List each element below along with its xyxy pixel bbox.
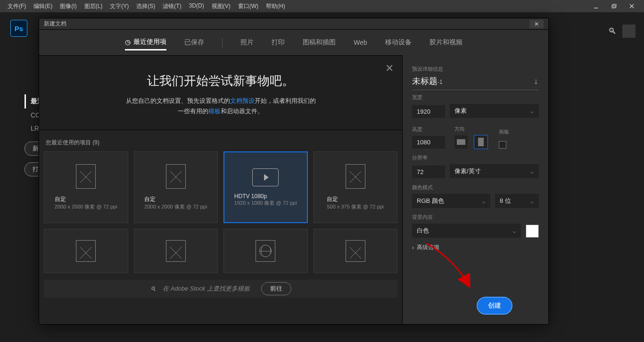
card-meta: 500 x 375 像素 @ 72 ppi [327,203,384,210]
stock-go-button[interactable]: 前往 [261,282,291,295]
card-name: 自定 [327,195,384,203]
tab-photo[interactable]: 照片 [240,35,254,50]
preset-details-panel: 预设详细信息 未标题-1 ⤓ 宽度 1920 像素⌵ 高度 1080 方向 [402,55,548,324]
orientation-landscape[interactable] [454,135,468,149]
advanced-options-toggle[interactable]: › 高级选项 [412,243,539,251]
create-button[interactable]: 创建 [478,298,512,314]
artboard-checkbox[interactable] [499,141,506,149]
height-input[interactable]: 1080 [412,136,445,149]
dialog-title: 新建文档 [44,20,66,28]
category-tabs: ◷ 最近使用项 已保存 照片 打印 图稿和插图 Web 移动设备 胶片和视频 [39,30,548,55]
resolution-input[interactable]: 72 [412,166,445,178]
svg-rect-2 [613,4,616,7]
background-swatch[interactable] [526,225,539,238]
document-icon [166,240,186,262]
width-label: 宽度 [412,94,539,101]
preset-card[interactable]: HDTV 1080p1920 x 1080 像素 @ 72 ppi [223,151,308,223]
color-mode-label: 颜色模式 [412,184,539,191]
menu-item[interactable]: 编辑(E) [30,2,56,10]
tab-film[interactable]: 胶片和视频 [429,35,462,50]
doc-name-input[interactable]: 未标题-1 [412,75,443,87]
hero-close-button[interactable]: ✕ [385,62,394,75]
dialog-titlebar[interactable]: 新建文档 ✕ [39,18,548,30]
menu-item[interactable]: 窗口(W) [234,2,262,10]
preset-card[interactable] [44,229,128,273]
color-depth-select[interactable]: 8 位⌵ [495,194,539,208]
preset-card[interactable] [223,229,308,273]
menu-item[interactable]: 3D(D) [185,2,208,10]
window-close-button[interactable] [623,1,640,11]
background-select[interactable]: 白色⌵ [412,224,521,238]
menu-item[interactable]: 滤镜(T) [159,2,185,10]
document-icon [346,240,365,262]
chevron-down-icon: ⌵ [530,108,534,115]
background-label: 背景内容 [412,214,539,221]
tab-saved[interactable]: 已保存 [184,35,204,50]
preset-header: 预设详细信息 [412,66,539,73]
menu-item[interactable]: 图层(L) [81,2,107,10]
hero-title: 让我们开始尝试新事物吧。 [49,73,393,89]
card-meta: 2000 x 2000 像素 @ 72 ppi [55,203,117,210]
card-name: 自定 [55,195,117,203]
svg-rect-1 [612,5,615,8]
menu-item[interactable]: 视图(V) [208,2,234,10]
template-link[interactable]: 模板 [208,108,221,115]
width-unit-select[interactable]: 像素⌵ [450,104,539,118]
hero-banner: ✕ 让我们开始尝试新事物吧。 从您自己的文档设置、预先设置格式的文档预设开始，或… [39,55,402,130]
tab-web[interactable]: Web [354,36,367,49]
width-input[interactable]: 1920 [412,105,445,118]
card-name: HDTV 1080p [234,193,297,200]
menu-item[interactable]: 文件(F) [4,2,30,10]
resolution-label: 分辨率 [412,154,539,161]
stock-search-bar[interactable]: 🔍︎ 在 Adobe Stock 上查找更多模板 前往 [44,280,397,298]
document-icon [76,164,96,189]
hero-subtitle: 从您自己的文档设置、预先设置格式的文档预设开始，或者利用我们的 一些有用的模板和… [49,96,393,117]
card-meta: 1920 x 1080 像素 @ 72 ppi [234,200,297,207]
color-mode-select[interactable]: RGB 颜色⌵ [412,194,490,208]
preset-card[interactable]: 自定2000 x 2000 像素 @ 72 ppi [134,151,218,223]
chevron-down-icon: ⌵ [482,198,486,205]
chevron-down-icon: ⌵ [530,198,534,205]
tab-mobile[interactable]: 移动设备 [385,35,412,50]
main-menubar[interactable]: 文件(F)编辑(E)图像(I)图层(L)文字(Y)选择(S)滤镜(T)3D(D)… [0,0,644,12]
height-label: 高度 [412,126,445,133]
chevron-right-icon: › [412,244,414,251]
clock-icon: ◷ [125,38,131,46]
chevron-down-icon: ⌵ [512,227,516,234]
menu-item[interactable]: 图像(I) [56,2,80,10]
chevron-down-icon: ⌵ [530,168,534,175]
card-name: 自定 [144,195,207,203]
workspace-thumbnail[interactable] [622,25,636,38]
preset-card[interactable] [314,229,398,273]
orientation-label: 方向 [454,125,489,133]
play-icon [252,168,279,186]
web-doc-icon [256,240,275,262]
menu-item[interactable]: 文字(Y) [106,2,132,10]
menu-item[interactable]: 选择(S) [132,2,159,10]
document-icon [166,164,186,189]
card-meta: 2000 x 2000 像素 @ 72 ppi [144,203,207,210]
new-document-dialog: 新建文档 ✕ ◷ 最近使用项 已保存 照片 打印 图稿和插图 Web 移动设备 … [39,18,549,325]
save-preset-icon[interactable]: ⤓ [533,78,539,85]
tab-print[interactable]: 打印 [272,35,285,50]
preset-card[interactable]: 自定500 x 375 像素 @ 72 ppi [314,151,398,223]
dialog-close-button[interactable]: ✕ [529,20,544,28]
preset-card[interactable]: 自定2000 x 2000 像素 @ 72 ppi [44,151,128,223]
ps-logo-icon: Ps [10,20,27,37]
window-minimize-button[interactable] [587,1,604,11]
menu-item[interactable]: 帮助(H) [262,2,289,10]
search-icon: 🔍︎ [150,285,156,292]
resolution-unit-select[interactable]: 像素/英寸⌵ [450,164,539,178]
tab-art[interactable]: 图稿和插图 [303,35,336,50]
artboard-label: 画板 [499,128,509,135]
tab-recent[interactable]: ◷ 最近使用项 [125,35,166,50]
document-icon [346,164,365,189]
preset-card[interactable] [134,229,218,273]
window-restore-button[interactable] [605,1,622,11]
search-icon[interactable]: 🔍︎ [608,26,617,36]
document-icon [76,240,96,262]
doc-preset-link[interactable]: 文档预设 [230,97,255,104]
stock-placeholder: 在 Adobe Stock 上查找更多模板 [163,284,250,293]
recent-items-label: 您最近使用的项目 (9) [39,130,402,151]
orientation-portrait[interactable] [474,135,487,149]
